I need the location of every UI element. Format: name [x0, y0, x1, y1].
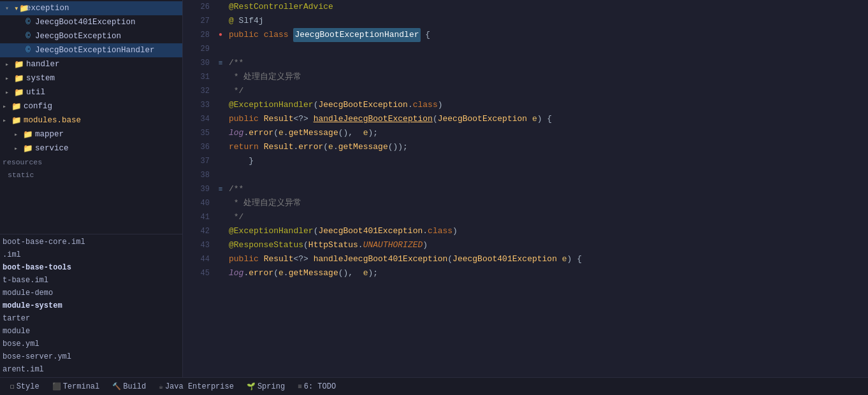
java-c-icon2: © — [23, 32, 33, 41]
tab-label: Build — [123, 382, 146, 391]
tab-label: Style — [17, 382, 40, 391]
line-code: @RestControllerAdvice — [226, 0, 868, 14]
tab-style[interactable]: ◻ Style — [5, 381, 45, 392]
token: . — [243, 126, 249, 140]
token: <?> — [293, 112, 313, 126]
token: JeecgBootExceptionHandler — [293, 28, 420, 42]
sidebar-bose-yml[interactable]: bose.yml — [0, 338, 182, 350]
sidebar-item-label: handler — [26, 60, 60, 69]
token: e — [562, 252, 567, 266]
code-line-36: 36 return Result.error(e.getMessage()); — [183, 140, 868, 154]
line-code: return Result.error(e.getMessage()); — [226, 140, 868, 154]
sidebar-tarter[interactable]: tarter — [0, 312, 182, 325]
line-code — [226, 168, 868, 182]
sidebar-item-system[interactable]: ▸ 📁 system — [0, 71, 182, 85]
sidebar-item-exceptionhandler[interactable]: © JeecgBootExceptionHandler — [0, 43, 182, 57]
sidebar-bose-server-yml[interactable]: bose-server.yml — [0, 350, 182, 363]
token: public — [229, 28, 259, 42]
sidebar-bottom-iml[interactable]: .iml — [0, 248, 182, 261]
token: ( — [314, 98, 319, 112]
token — [259, 252, 264, 266]
code-line-41: 41 */ — [183, 210, 868, 224]
code-editor[interactable]: 26@RestControllerAdvice27@ Slf4j28●publi… — [183, 0, 868, 377]
sidebar-item-bootexception[interactable]: © JeecgBootException — [0, 29, 182, 43]
code-line-30: 30≡ /** — [183, 56, 868, 70]
sidebar-item-modules[interactable]: ▸ 📁 modules.base — [0, 113, 182, 127]
token: Slf4j — [234, 14, 264, 28]
code-content: 26@RestControllerAdvice27@ Slf4j28●publi… — [183, 0, 868, 280]
line-number: 42 — [183, 224, 215, 238]
token — [259, 140, 264, 154]
sidebar-module[interactable]: module — [0, 325, 182, 338]
sidebar-bottom-boot-core[interactable]: boot-base-core.iml — [0, 236, 182, 248]
code-line-42: 42 @ExceptionHandler(JeecgBoot401Excepti… — [183, 224, 868, 238]
token: <?> — [293, 252, 313, 266]
token: JeecgBootException — [438, 112, 527, 126]
token: /** — [229, 182, 243, 196]
token: e — [363, 266, 368, 280]
token: e — [278, 126, 284, 140]
line-gutter: ● — [215, 28, 226, 42]
sidebar-module-demo[interactable]: module-demo — [0, 287, 182, 299]
token: @RestControllerAdvice — [229, 0, 333, 14]
token: ( — [314, 224, 319, 238]
folder-icon5: 📁 — [11, 115, 22, 126]
code-line-43: 43 @ResponseStatus(HttpStatus.UNAUTHORIZ… — [183, 238, 868, 252]
sidebar-module-system[interactable]: module-system — [0, 299, 182, 312]
code-line-34: 34 public Result<?> handleJeecgBootExcep… — [183, 112, 868, 126]
sidebar-item-exception[interactable]: ▾ ▾📁 exception — [0, 1, 182, 15]
sidebar-item-401exception[interactable]: © JeecgBoot401Exception — [0, 15, 182, 29]
main-layout: ▾ ▾📁 exception © JeecgBoot401Exception ©… — [0, 0, 868, 377]
token: e — [532, 112, 537, 126]
token: ) { — [567, 252, 582, 266]
line-code: log.error(e.getMessage(), e); — [226, 126, 868, 140]
tab-terminal[interactable]: ⬛ Terminal — [47, 381, 105, 392]
token: class — [413, 98, 438, 112]
line-code: * 处理自定义异常 — [226, 196, 868, 210]
sidebar-item-label: JeecgBoot401Exception — [35, 18, 136, 27]
token: @ResponseStatus — [229, 238, 303, 252]
arrow-icon: ▸ — [5, 89, 14, 96]
code-line-27: 27@ Slf4j — [183, 14, 868, 28]
tab-java-enterprise[interactable]: ☕ Java Enterprise — [154, 381, 239, 392]
line-code: public Result<?> handleJeecgBoot401Excep… — [226, 252, 868, 266]
line-gutter — [215, 0, 226, 14]
token: . — [293, 140, 298, 154]
tab-todo[interactable]: ≡ 6: TODO — [293, 381, 341, 392]
tab-spring[interactable]: 🌱 Spring — [242, 381, 290, 392]
line-gutter — [215, 14, 226, 28]
sidebar-item-handler[interactable]: ▸ 📁 handler — [0, 57, 182, 71]
line-number: 27 — [183, 14, 215, 28]
folder-icon7: 📁 — [23, 143, 33, 154]
token: . — [408, 98, 413, 112]
folder-icon6: 📁 — [23, 129, 33, 140]
line-code: /** — [226, 182, 868, 196]
token: Result — [264, 140, 294, 154]
token: class — [428, 224, 452, 238]
sidebar-item-label: util — [26, 88, 45, 97]
token: . — [423, 224, 428, 238]
line-gutter — [215, 140, 226, 154]
folder-icon3: 📁 — [14, 87, 24, 97]
sidebar-item-util[interactable]: ▸ 📁 util — [0, 85, 182, 99]
sidebar-item-config[interactable]: ▸ 📁 config — [0, 99, 182, 113]
sidebar-item-label: config — [24, 102, 52, 111]
sidebar-item-label: mapper — [35, 130, 64, 139]
sidebar-item-service[interactable]: ▸ 📁 service — [0, 141, 182, 155]
tab-build[interactable]: 🔨 Build — [107, 381, 151, 392]
token: public — [229, 112, 259, 126]
token: log — [229, 126, 243, 140]
tab-label: Java Enterprise — [165, 382, 234, 391]
line-code — [226, 42, 868, 56]
token: . — [243, 266, 249, 280]
code-line-37: 37 } — [183, 154, 868, 168]
sidebar-bottom-base-iml[interactable]: t-base.iml — [0, 274, 182, 287]
sidebar-bottom-boot-tools[interactable]: boot-base-tools — [0, 261, 182, 274]
sidebar-item-label: system — [26, 74, 55, 83]
arrow-icon: ▸ — [14, 131, 23, 138]
bottom-bar: ◻ Style ⬛ Terminal 🔨 Build ☕ Java Enterp… — [0, 377, 868, 395]
sidebar-item-mapper[interactable]: ▸ 📁 mapper — [0, 127, 182, 141]
build-icon: 🔨 — [112, 382, 121, 391]
line-number: 35 — [183, 126, 215, 140]
sidebar-arent-iml[interactable]: arent.iml — [0, 363, 182, 376]
